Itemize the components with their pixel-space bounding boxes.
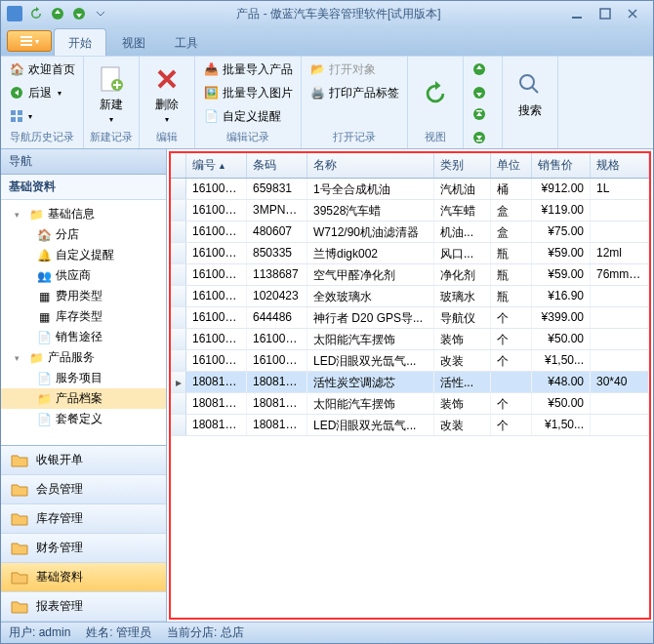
nav-button[interactable]: 收银开单 (1, 446, 166, 475)
custom-reminder-button[interactable]: 📄自定义提醒 (199, 105, 285, 127)
import-products-button[interactable]: 📥批量导入产品 (199, 59, 297, 80)
up-icon[interactable] (48, 4, 67, 23)
window-controls (567, 5, 649, 22)
cell-unit: 桶 (491, 179, 532, 199)
cell-name: W712/90机油滤清器 (307, 221, 434, 242)
col-unit[interactable]: 单位 (491, 153, 532, 178)
col-category[interactable]: 类别 (434, 153, 491, 178)
record-bottom-button[interactable] (468, 127, 491, 148)
quick-more-icon[interactable] (91, 4, 110, 23)
tree-item[interactable]: ▾ 📁基础信息 (1, 204, 166, 224)
welcome-button[interactable]: 🏠欢迎首页 (5, 59, 79, 80)
tree-item[interactable]: ▦费用类型 (1, 286, 166, 306)
table-row[interactable]: 180815...180815...LED泪眼双光氙气...改装个¥1,50..… (171, 415, 649, 436)
nav-button[interactable]: 基础资料 (1, 563, 166, 592)
back-button[interactable]: 后退▾ (5, 82, 65, 103)
cell-spec (591, 286, 649, 306)
search-icon (514, 69, 546, 101)
table-row[interactable]: 161008...3MPN39...39528汽车蜡汽车蜡盒¥119.00 (171, 200, 649, 221)
cell-price: ¥912.00 (532, 179, 591, 199)
col-id[interactable]: 编号▲ (186, 153, 247, 178)
table-row[interactable]: 161008...1020423全效玻璃水玻璃水瓶¥16.90 (171, 286, 649, 307)
nav-more-button[interactable]: ▾ (5, 105, 36, 127)
grid-body[interactable]: 161008...6598311号全合成机油汽机油桶¥912.001L16100… (171, 179, 649, 618)
cell-category: 机油... (434, 221, 491, 242)
tree-item[interactable]: 📄套餐定义 (1, 409, 166, 429)
search-button[interactable]: 搜索 (507, 59, 553, 129)
tree-item[interactable]: 📄服务项目 (1, 368, 166, 388)
cell-price: ¥16.90 (532, 286, 591, 306)
minimize-button[interactable] (567, 5, 589, 22)
maximize-button[interactable] (594, 5, 616, 22)
tree-label: 基础信息 (48, 206, 95, 222)
table-row[interactable]: 161008...480607W712/90机油滤清器机油...盒¥75.00 (171, 221, 649, 243)
status-user: 用户: admin (9, 624, 70, 641)
back-label: 后退 (28, 85, 52, 101)
cell-price: ¥59.00 (532, 264, 591, 285)
record-up-button[interactable] (468, 59, 491, 80)
down-arrow-icon (471, 85, 487, 101)
ribbon-group-new: 新建▾ 新建记录 (84, 57, 140, 148)
col-price[interactable]: 销售价 (532, 153, 591, 178)
cell-name: 太阳能汽车摆饰 (307, 329, 434, 349)
svg-rect-7 (20, 44, 32, 46)
table-row[interactable]: 161008...161008...太阳能汽车摆饰装饰个¥50.00 (171, 329, 649, 350)
import-images-button[interactable]: 🖼️批量导入图片 (199, 82, 297, 103)
nav-label: 库存管理 (36, 510, 83, 527)
col-barcode[interactable]: 条码 (247, 153, 307, 178)
nav-button[interactable]: 报表管理 (1, 592, 166, 622)
tree-item[interactable]: ▾ 📁产品服务 (1, 347, 166, 368)
cell-spec (591, 221, 649, 242)
tree-item[interactable]: 🔔自定义提醒 (1, 245, 166, 265)
table-row[interactable]: 161008...161008...LED泪眼双光氙气...改装个¥1,50..… (171, 350, 649, 372)
refresh-view-button[interactable] (412, 59, 459, 129)
nav-button[interactable]: 会员管理 (1, 475, 166, 504)
tree-item[interactable]: 👥供应商 (1, 265, 166, 286)
tree-item[interactable]: ▦库存类型 (1, 306, 166, 327)
main-menu-button[interactable]: ▾ (7, 30, 52, 52)
record-top-button[interactable] (468, 103, 491, 125)
ribbon-group-batch: 📥批量导入产品 🖼️批量导入图片 📄自定义提醒 编辑记录 (195, 57, 302, 148)
cell-name: 活性炭空调滤芯 (307, 372, 434, 392)
table-row[interactable]: 180815...180815...太阳能汽车摆饰装饰个¥50.00 (171, 393, 649, 415)
ribbon-group-nav-label: 导航历史记录 (5, 130, 79, 146)
table-row[interactable]: 161008...850335兰博digk002风口...瓶¥59.0012ml (171, 243, 649, 264)
cell-category: 汽机油 (434, 179, 491, 199)
menu-tabs: ▾ 开始 视图 工具 (1, 26, 653, 56)
tree-item[interactable]: 📄销售途径 (1, 327, 166, 347)
tree-item[interactable]: 🏠分店 (1, 224, 166, 245)
tree-item[interactable]: 📁产品档案 (1, 388, 166, 409)
table-row[interactable]: ▸180815...180815...活性炭空调滤芯活性...¥48.0030*… (171, 372, 649, 393)
grid-icon: ▦ (36, 309, 52, 325)
refresh-icon[interactable] (26, 4, 46, 23)
nav-button[interactable]: 财务管理 (1, 534, 166, 563)
new-button[interactable]: 新建▾ (88, 59, 135, 129)
delete-button[interactable]: 删除▾ (143, 59, 190, 129)
nav-label: 报表管理 (36, 598, 83, 615)
cell-id: 161008... (186, 329, 247, 349)
tab-tools[interactable]: 工具 (161, 29, 212, 56)
body: 导航 基础资料 ▾ 📁基础信息🏠分店🔔自定义提醒👥供应商▦费用类型▦库存类型📄销… (1, 149, 653, 622)
record-down-button[interactable] (468, 82, 491, 103)
tab-start[interactable]: 开始 (54, 28, 106, 56)
down-icon[interactable] (69, 4, 89, 23)
table-row[interactable]: 161008...6598311号全合成机油汽机油桶¥912.001L (171, 179, 649, 200)
tab-view[interactable]: 视图 (108, 29, 159, 56)
table-row[interactable]: 161008...644486神行者 D20 GPS导...导航仪个¥399.0… (171, 307, 649, 329)
print-label-button[interactable]: 🖨️打印产品标签 (306, 82, 403, 103)
col-spec[interactable]: 规格 (591, 153, 649, 178)
col-name[interactable]: 名称 (307, 153, 434, 178)
close-button[interactable] (622, 5, 643, 22)
doc-icon: 📄 (36, 412, 52, 427)
app-icon[interactable] (5, 4, 24, 23)
people-icon: 👥 (36, 268, 52, 284)
row-marker (171, 200, 186, 221)
table-row[interactable]: 161008...1138687空气甲醛净化剂净化剂瓶¥59.0076mm*1.… (171, 264, 649, 286)
welcome-label: 欢迎首页 (28, 61, 75, 78)
cell-category: 装饰 (434, 393, 491, 414)
svg-rect-0 (7, 6, 22, 21)
svg-rect-20 (476, 141, 482, 142)
nav-button[interactable]: 库存管理 (1, 504, 166, 534)
svg-rect-3 (572, 17, 582, 19)
cell-unit: 盒 (491, 221, 532, 242)
